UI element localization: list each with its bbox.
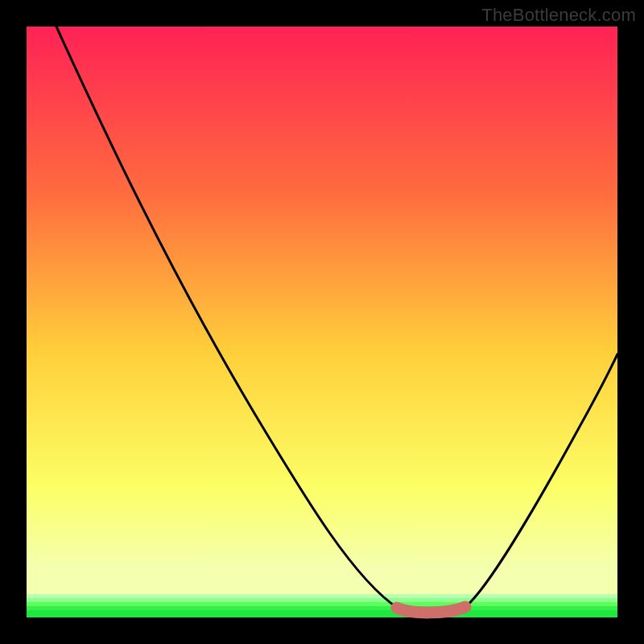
svg-rect-3	[27, 606, 617, 610]
svg-rect-4	[27, 610, 617, 617]
svg-rect-1	[27, 598, 617, 602]
optimal-band-marker	[397, 607, 465, 613]
svg-rect-0	[27, 594, 617, 598]
chart-svg	[0, 0, 644, 644]
plot-area	[27, 27, 617, 617]
svg-rect-2	[27, 602, 617, 606]
chart-stage: TheBottleneck.com	[0, 0, 644, 644]
watermark-text: TheBottleneck.com	[481, 5, 636, 26]
green-band	[27, 594, 617, 617]
